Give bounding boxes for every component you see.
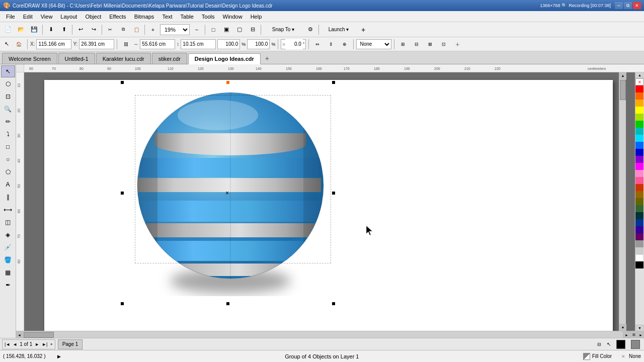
export-button[interactable]: ⬆: [58, 24, 70, 36]
page-last-button[interactable]: ►|: [41, 342, 48, 347]
text-tool-button[interactable]: A: [1, 178, 15, 191]
tab-stiker[interactable]: stiker.cdr: [152, 53, 187, 64]
vscroll-down-button[interactable]: ▼: [619, 324, 626, 331]
shape-tool-button[interactable]: ⬡: [1, 78, 15, 90]
color-swatch-black[interactable]: [635, 261, 643, 268]
undo-button[interactable]: ↩: [74, 24, 87, 36]
paste-button[interactable]: 📋: [130, 24, 142, 36]
color-swatch-orange[interactable]: [635, 93, 643, 100]
mirror-h-button[interactable]: ⇔: [311, 38, 324, 50]
color-swatch-purple[interactable]: [635, 156, 643, 163]
logo-group[interactable]: [122, 82, 334, 304]
scale-w-input[interactable]: [217, 39, 240, 49]
menu-help[interactable]: Help: [247, 13, 266, 21]
import-button[interactable]: ⬇: [45, 24, 57, 36]
color-swatch-indigo[interactable]: [635, 226, 643, 233]
view-wireframe[interactable]: ⊟: [247, 24, 259, 36]
color-swatch-yellow[interactable]: [635, 107, 643, 114]
zoom-in-button[interactable]: +: [147, 24, 159, 36]
parallel-dim-button[interactable]: ∥: [1, 191, 15, 203]
snap-toggle-button[interactable]: ⊟: [595, 340, 603, 349]
hscroll-left-button[interactable]: ◄: [16, 331, 23, 338]
tab-design-logo[interactable]: Design Logo Ideas.cdr: [188, 53, 261, 64]
hscroll-expand[interactable]: ►: [637, 331, 644, 338]
scale-h-input[interactable]: [247, 39, 270, 49]
mirror-v-button[interactable]: ⇕: [325, 38, 337, 50]
snap-to-dropdown[interactable]: Snap To ▾: [263, 24, 303, 36]
zoom-tool-button[interactable]: 🔍: [1, 103, 15, 115]
fill-select[interactable]: None Uniform Linear Radial: [356, 39, 391, 49]
palette-scroll-top[interactable]: ▲: [635, 72, 644, 78]
angle-input[interactable]: [285, 39, 303, 49]
tab-welcome[interactable]: Welcome Screen: [2, 53, 57, 64]
menu-bitmaps[interactable]: Bitmaps: [130, 13, 158, 21]
page-prev-button[interactable]: ◄: [12, 342, 18, 347]
menu-view[interactable]: View: [37, 13, 57, 21]
handle-l[interactable]: [120, 191, 124, 195]
restore-button[interactable]: ⧉: [624, 2, 632, 9]
page-add-button[interactable]: +: [49, 342, 53, 347]
color-swatch-cyan[interactable]: [635, 135, 643, 142]
menu-edit[interactable]: Edit: [19, 13, 37, 21]
color-swatch-rose[interactable]: [635, 177, 643, 184]
menu-table[interactable]: Table: [177, 13, 198, 21]
tab-karakter[interactable]: Karakter lucu.cdr: [96, 53, 151, 64]
minimize-button[interactable]: ─: [615, 2, 623, 9]
color-swatch-magenta[interactable]: [635, 163, 643, 170]
add-tab-button[interactable]: +: [262, 53, 273, 64]
select-mode-button[interactable]: ↖: [605, 340, 613, 349]
transparency-tool-button[interactable]: ◈: [1, 229, 15, 241]
redo-button[interactable]: ↪: [88, 24, 100, 36]
menu-file[interactable]: File: [2, 13, 19, 21]
color-swatch-green[interactable]: [635, 121, 643, 128]
select-tool-button[interactable]: ↖: [1, 65, 15, 77]
rectangle-tool-button[interactable]: □: [1, 141, 15, 153]
select-all-button[interactable]: ↖: [2, 38, 11, 50]
hscroll-thumb[interactable]: [24, 332, 54, 338]
color-swatch-lime[interactable]: [635, 114, 643, 121]
add-button[interactable]: +: [357, 24, 369, 36]
smart-fill-button[interactable]: ⤵: [1, 128, 15, 140]
ellipse-tool-button[interactable]: ○: [1, 153, 15, 165]
canvas-area[interactable]: ▲ ▼: [24, 72, 635, 331]
open-button[interactable]: 📂: [15, 24, 27, 36]
color-swatch-pink[interactable]: [635, 170, 643, 177]
launch-button[interactable]: Launch ▾: [321, 24, 356, 36]
tab-untitled[interactable]: Untitled-1: [58, 53, 95, 64]
vscroll-up-button[interactable]: ▲: [619, 72, 626, 79]
snap-grid-button[interactable]: ⊞: [397, 38, 409, 50]
shadow-tool-button[interactable]: ◫: [1, 216, 15, 228]
color-swatch-white[interactable]: [635, 254, 643, 261]
page-next-button[interactable]: ►: [34, 342, 40, 347]
palette-scroll-bottom[interactable]: ▼: [635, 325, 644, 331]
layer-arrow[interactable]: ▶: [57, 354, 61, 359]
snap-guide-button[interactable]: ⊟: [411, 38, 423, 50]
zoom-select[interactable]: 19% 25%50%75%100%: [160, 24, 190, 35]
apply-all-button[interactable]: ⊕: [339, 38, 351, 50]
color-swatch-dark-purple[interactable]: [635, 233, 643, 240]
view-normal[interactable]: □: [207, 24, 219, 36]
snap-object-button[interactable]: ⊡: [438, 38, 450, 50]
page-tab[interactable]: Page 1: [58, 339, 83, 349]
hscroll-right-button[interactable]: ►: [623, 331, 630, 338]
cut-button[interactable]: ✂: [104, 24, 116, 36]
color-swatch-brown-red[interactable]: [635, 184, 643, 191]
save-button[interactable]: 💾: [28, 24, 40, 36]
fill-indicator-button[interactable]: [614, 340, 627, 349]
eyedropper-tool-button[interactable]: 💉: [1, 241, 15, 253]
color-swatch-blue[interactable]: [635, 142, 643, 149]
color-swatch-navy[interactable]: [635, 219, 643, 226]
color-swatch-gray[interactable]: [635, 240, 643, 247]
menu-window[interactable]: Window: [219, 13, 247, 21]
color-swatch-light-gray[interactable]: [635, 247, 643, 254]
menu-tools[interactable]: Tools: [198, 13, 219, 21]
handle-r[interactable]: [332, 191, 336, 195]
view-enhanced[interactable]: ▣: [220, 24, 232, 36]
color-swatch-brown[interactable]: [635, 191, 643, 198]
options-button[interactable]: ⚙: [304, 24, 316, 36]
menu-effects[interactable]: Effects: [105, 13, 130, 21]
menu-object[interactable]: Object: [81, 13, 105, 21]
color-swatch-dark-blue[interactable]: [635, 149, 643, 156]
vertical-scrollbar[interactable]: ▲ ▼: [619, 72, 626, 331]
zoom-fit-button[interactable]: ⊞: [630, 331, 637, 338]
